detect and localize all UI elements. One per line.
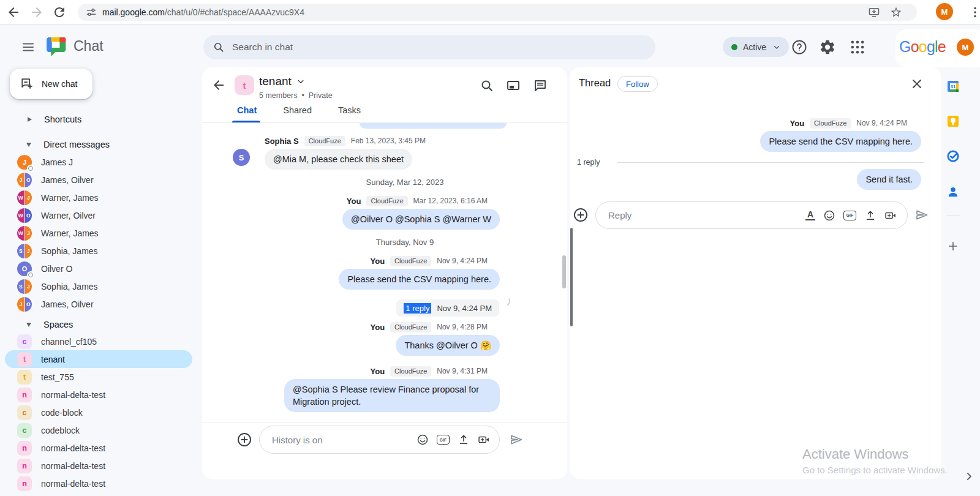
space-item[interactable]: cchannel_cf105 bbox=[5, 333, 192, 350]
thread-reply-chip[interactable]: 1 replyNov 9, 4:24 PM bbox=[396, 299, 499, 317]
dm-item[interactable]: WOWarner, Oilver bbox=[5, 206, 192, 224]
direct-messages-list: JJames JJOJames, OilverWJWarner, JamesWO… bbox=[0, 153, 202, 313]
message: SSophia SCloudFuzeFeb 13, 2023, 3:45 PM@… bbox=[233, 135, 567, 170]
help-icon[interactable] bbox=[791, 39, 808, 56]
emoji-icon[interactable] bbox=[823, 209, 835, 222]
user-avatar: S bbox=[233, 149, 250, 166]
section-label: Shortcuts bbox=[44, 115, 81, 124]
search-icon bbox=[213, 41, 225, 53]
tab-chat[interactable]: Chat bbox=[237, 105, 257, 121]
reply-input[interactable]: Reply A GIF bbox=[595, 201, 908, 229]
panel-resize-handle[interactable] bbox=[570, 228, 573, 326]
address-bar[interactable]: mail.google.com/chat/u/0/#chat/space/AAA… bbox=[78, 4, 917, 21]
google-logo-letter: G bbox=[899, 38, 911, 55]
avatar-half: J bbox=[17, 173, 24, 187]
search-placeholder: Search in chat bbox=[232, 42, 293, 53]
site-settings-icon[interactable] bbox=[85, 6, 97, 18]
space-item[interactable]: ccode-block bbox=[5, 404, 192, 421]
sender-name: You bbox=[370, 257, 385, 266]
new-chat-button[interactable]: New chat bbox=[10, 69, 92, 99]
main-menu-icon[interactable] bbox=[21, 40, 36, 54]
picture-in-picture-icon[interactable] bbox=[506, 78, 521, 93]
chat-scrollbar-thumb[interactable] bbox=[562, 255, 566, 288]
close-icon[interactable] bbox=[910, 77, 924, 91]
space-item-label: code-block bbox=[41, 408, 83, 418]
dm-item[interactable]: JOJames, Oilver bbox=[5, 295, 192, 313]
search-in-space-icon[interactable] bbox=[480, 78, 494, 93]
sidebar-section-spaces[interactable]: Spaces bbox=[0, 316, 202, 333]
dm-item-label: Warner, Oilver bbox=[41, 211, 96, 220]
google-keep-icon[interactable] bbox=[946, 114, 960, 129]
settings-gear-icon[interactable] bbox=[819, 39, 836, 56]
google-tasks-icon[interactable] bbox=[946, 149, 960, 163]
dm-item[interactable]: OOilver O bbox=[5, 260, 192, 277]
follow-button[interactable]: Follow bbox=[617, 76, 658, 92]
format-text-icon[interactable]: A bbox=[805, 210, 815, 220]
dm-item[interactable]: WJWarner, James bbox=[5, 189, 192, 206]
presence-status-selector[interactable]: Active bbox=[723, 37, 789, 57]
browser-menu-icon[interactable] bbox=[968, 5, 980, 20]
dm-item[interactable]: JJames J bbox=[5, 153, 192, 171]
divider-line bbox=[617, 162, 924, 163]
video-meet-icon[interactable] bbox=[884, 209, 897, 222]
google-calendar-icon[interactable]: 31 bbox=[946, 79, 960, 94]
dm-item[interactable]: SJSophia, James bbox=[5, 277, 192, 295]
search-input[interactable]: Search in chat bbox=[203, 35, 655, 59]
space-item[interactable]: ccodeblock bbox=[5, 421, 192, 439]
browser-back-icon[interactable] bbox=[6, 5, 21, 20]
gif-icon[interactable]: GIF bbox=[843, 211, 856, 220]
space-title[interactable]: tenant bbox=[259, 75, 306, 88]
emoji-icon[interactable] bbox=[417, 434, 429, 446]
account-avatar[interactable]: M bbox=[957, 39, 974, 56]
get-add-ons-icon[interactable] bbox=[947, 240, 959, 252]
browser-forward-icon[interactable] bbox=[29, 5, 44, 20]
add-attachment-icon[interactable] bbox=[236, 432, 252, 448]
sidebar-section-shortcuts[interactable]: Shortcuts bbox=[0, 111, 202, 128]
video-meet-icon[interactable] bbox=[478, 434, 490, 446]
space-item[interactable]: nnormal-delta-test bbox=[5, 475, 192, 492]
dm-item[interactable]: JOJames, Oilver bbox=[5, 171, 192, 189]
message: YouCloudFuzeNov 9, 4:31 PM@Sophia S Plea… bbox=[202, 366, 500, 412]
send-icon[interactable] bbox=[509, 432, 524, 447]
add-attachment-icon[interactable] bbox=[573, 207, 589, 223]
space-item[interactable]: nnormal-delta-test bbox=[5, 439, 192, 457]
google-contacts-icon[interactable] bbox=[946, 184, 960, 199]
sender-badge: CloudFuze bbox=[810, 118, 851, 129]
sender-badge: CloudFuze bbox=[304, 136, 345, 146]
message-input[interactable]: History is on GIF bbox=[259, 426, 500, 454]
bookmark-star-icon[interactable] bbox=[890, 6, 902, 18]
dm-item[interactable]: SJSophia, James bbox=[5, 242, 192, 260]
dm-item[interactable]: WJWarner, James bbox=[5, 224, 192, 242]
thread-message-meta: You CloudFuze Nov 9, 4:24 PM bbox=[790, 118, 907, 129]
dm-item-label: Oilver O bbox=[41, 264, 72, 274]
space-item[interactable]: ttenant bbox=[5, 350, 192, 368]
gif-icon[interactable]: GIF bbox=[437, 435, 450, 445]
message-meta: Sophia SCloudFuzeFeb 13, 2023, 3:45 PM bbox=[265, 135, 426, 146]
browser-reload-icon[interactable] bbox=[52, 5, 67, 20]
tab-tasks[interactable]: Tasks bbox=[338, 105, 361, 121]
space-avatar: n bbox=[17, 388, 32, 402]
upload-icon[interactable] bbox=[458, 434, 470, 446]
space-item[interactable]: nnormal-delta-test bbox=[5, 386, 192, 404]
message-meta: YouCloudFuzeNov 9, 4:31 PM bbox=[370, 366, 488, 377]
space-item[interactable]: nnormal-delta-test bbox=[5, 457, 192, 475]
upload-icon[interactable] bbox=[864, 209, 876, 222]
open-chat-window-icon[interactable] bbox=[533, 78, 548, 93]
space-item[interactable]: ttest_755 bbox=[5, 368, 192, 386]
space-subtitle: 5 members • Private bbox=[259, 91, 333, 100]
avatar-half: W bbox=[17, 190, 24, 205]
sidebar-section-direct-messages[interactable]: Direct messages bbox=[0, 136, 202, 153]
thread-reply-row: 1 replyNov 9, 4:24 PM bbox=[396, 299, 510, 317]
install-app-icon[interactable] bbox=[868, 6, 880, 18]
space-avatar: t bbox=[17, 370, 32, 385]
browser-profile-avatar[interactable]: M bbox=[936, 3, 953, 20]
activate-windows-watermark-sub: Go to Settings to activate Windows. bbox=[802, 465, 948, 475]
avatar-half: O bbox=[25, 173, 32, 187]
message-bubble: @Sophia S Please review Finance proposal… bbox=[284, 379, 500, 412]
back-arrow-icon[interactable] bbox=[211, 78, 226, 92]
avatar-half: S bbox=[17, 244, 24, 258]
send-icon[interactable] bbox=[914, 208, 929, 222]
expand-panel-chevron-icon[interactable] bbox=[963, 470, 975, 483]
google-apps-grid-icon[interactable] bbox=[849, 39, 866, 56]
tab-shared[interactable]: Shared bbox=[283, 105, 312, 121]
